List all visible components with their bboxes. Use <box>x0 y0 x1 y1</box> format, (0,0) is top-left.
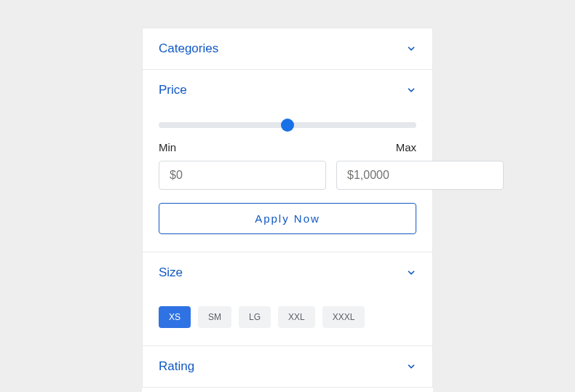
chevron-down-icon <box>406 85 416 95</box>
size-toggle[interactable]: Size <box>143 252 432 293</box>
price-title: Price <box>159 83 187 97</box>
chevron-down-icon <box>406 268 416 278</box>
apply-button[interactable]: Apply Now <box>159 203 416 234</box>
minmax-labels: Min Max <box>159 141 416 153</box>
section-categories: Categories <box>142 28 433 70</box>
rating-title: Rating <box>159 359 194 374</box>
price-toggle[interactable]: Price <box>143 70 432 111</box>
section-rating: Rating <box>142 346 433 388</box>
size-chip-lg[interactable]: LG <box>239 306 271 328</box>
size-chip-sm[interactable]: SM <box>198 306 231 328</box>
section-price: Price Min Max Apply Now <box>142 70 433 252</box>
categories-toggle[interactable]: Categories <box>143 28 432 69</box>
price-inputs-row <box>159 161 416 190</box>
price-body: Min Max Apply Now <box>143 111 432 252</box>
price-max-input[interactable] <box>336 161 504 190</box>
price-min-input[interactable] <box>159 161 326 190</box>
size-chip-xs[interactable]: XS <box>159 306 191 328</box>
min-label: Min <box>159 141 176 153</box>
price-slider-thumb[interactable] <box>281 119 294 132</box>
size-chip-xxxl[interactable]: XXXL <box>322 306 365 328</box>
chevron-down-icon <box>406 44 416 54</box>
size-options: XS SM LG XXL XXXL <box>159 293 416 328</box>
price-slider-wrap <box>159 111 416 135</box>
section-size: Size XS SM LG XXL XXXL <box>142 252 433 346</box>
max-label: Max <box>396 141 416 153</box>
size-chip-xxl[interactable]: XXL <box>278 306 315 328</box>
price-slider[interactable] <box>159 122 416 128</box>
categories-title: Categories <box>159 41 218 56</box>
size-title: Size <box>159 265 183 280</box>
chevron-down-icon <box>406 361 416 372</box>
rating-toggle[interactable]: Rating <box>143 346 432 387</box>
size-body: XS SM LG XXL XXXL <box>143 293 432 345</box>
filter-panel: Categories Price Min Max <box>142 28 433 392</box>
